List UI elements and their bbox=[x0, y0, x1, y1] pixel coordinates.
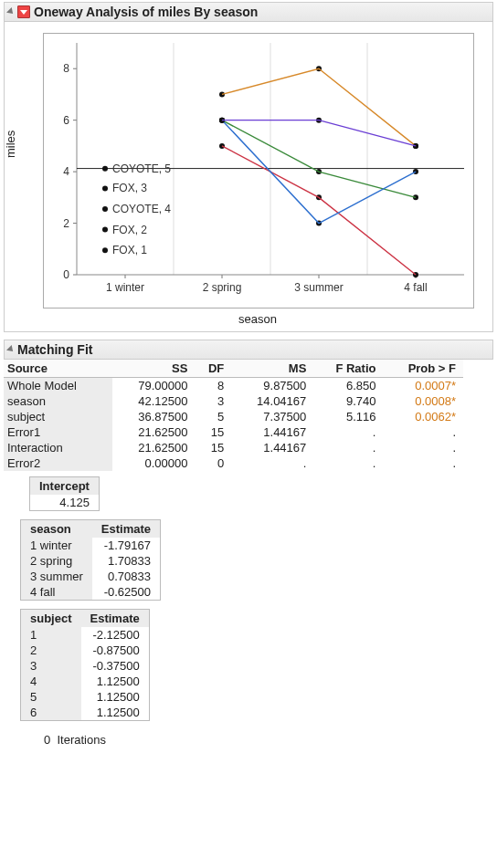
matching-fit-title: Matching Fit bbox=[17, 342, 92, 357]
iterations-text: 0 Iterations bbox=[44, 733, 493, 747]
anova-row: Error20.000000... bbox=[4, 455, 463, 471]
svg-text:FOX, 2: FOX, 2 bbox=[112, 224, 147, 236]
svg-text:1 winter: 1 winter bbox=[106, 281, 144, 294]
table-row: 4 fall-0.62500 bbox=[21, 584, 160, 600]
svg-point-43 bbox=[102, 206, 108, 212]
intercept-label: Intercept bbox=[30, 477, 99, 495]
svg-text:4 fall: 4 fall bbox=[404, 281, 427, 294]
svg-point-39 bbox=[102, 166, 108, 172]
table-row: 2 spring1.70833 bbox=[21, 553, 160, 569]
anova-row: Interaction21.62500151.44167.. bbox=[4, 440, 463, 455]
svg-text:FOX, 3: FOX, 3 bbox=[112, 182, 147, 194]
anova-row: Error121.62500151.44167.. bbox=[4, 424, 463, 440]
svg-point-47 bbox=[102, 247, 108, 253]
x-axis-label: season bbox=[43, 312, 472, 326]
table-row: 1-2.12500 bbox=[21, 627, 149, 643]
disclosure-triangle-icon[interactable] bbox=[6, 345, 16, 354]
anova-col-header: Source bbox=[4, 360, 112, 378]
table-row: 61.12500 bbox=[21, 705, 149, 720]
subject-estimates-box: subjectEstimate1-2.125002-0.875003-0.375… bbox=[20, 609, 150, 721]
anova-row: subject36.8750057.375005.1160.0062* bbox=[4, 409, 463, 424]
chart-plot-area[interactable]: miles 024681 winter2 spring3 summer4 fal… bbox=[43, 33, 474, 309]
table-row: 3 summer0.70833 bbox=[21, 569, 160, 584]
svg-text:COYOTE, 5: COYOTE, 5 bbox=[112, 162, 171, 175]
chart-container: miles 024681 winter2 spring3 summer4 fal… bbox=[4, 22, 493, 332]
season-estimates-table: seasonEstimate1 winter-1.791672 spring1.… bbox=[21, 520, 160, 600]
anova-table: SourceSSDFMSF RatioProb > F Whole Model7… bbox=[4, 360, 463, 471]
anova-col-header: Prob > F bbox=[383, 360, 463, 378]
svg-text:FOX, 1: FOX, 1 bbox=[112, 244, 147, 256]
anova-body: Whole Model79.0000089.875006.8500.0007*s… bbox=[4, 378, 463, 472]
disclosure-triangle-icon[interactable] bbox=[6, 7, 16, 16]
intercept-value: 4.125 bbox=[30, 495, 99, 510]
anova-header-row: SourceSSDFMSF RatioProb > F bbox=[4, 360, 463, 378]
svg-text:6: 6 bbox=[63, 114, 69, 127]
y-axis-label: miles bbox=[4, 131, 17, 158]
svg-text:4: 4 bbox=[63, 165, 69, 178]
svg-text:2 spring: 2 spring bbox=[203, 281, 242, 294]
anova-row: Whole Model79.0000089.875006.8500.0007* bbox=[4, 378, 463, 394]
svg-text:8: 8 bbox=[63, 62, 69, 75]
anova-col-header: DF bbox=[195, 360, 231, 378]
table-row: 41.12500 bbox=[21, 674, 149, 689]
anova-col-header: MS bbox=[231, 360, 313, 378]
season-estimates-box: seasonEstimate1 winter-1.791672 spring1.… bbox=[20, 519, 161, 601]
svg-text:2: 2 bbox=[63, 217, 69, 230]
chart-svg: 024681 winter2 spring3 summer4 fallCOYOT… bbox=[44, 34, 473, 308]
table-row: 2-0.87500 bbox=[21, 643, 149, 658]
svg-text:3 summer: 3 summer bbox=[294, 281, 343, 294]
table-row: 3-0.37500 bbox=[21, 658, 149, 674]
subject-estimates-table: subjectEstimate1-2.125002-0.875003-0.375… bbox=[21, 610, 149, 720]
table-row: 51.12500 bbox=[21, 689, 149, 705]
anova-col-header: SS bbox=[112, 360, 195, 378]
anova-row: season42.12500314.041679.7400.0008* bbox=[4, 393, 463, 409]
analysis-title: Oneway Analysis of miles By season bbox=[34, 5, 258, 19]
matching-fit-header[interactable]: Matching Fit bbox=[4, 340, 493, 360]
svg-text:COYOTE, 4: COYOTE, 4 bbox=[112, 203, 171, 215]
svg-text:0: 0 bbox=[63, 268, 69, 281]
svg-point-45 bbox=[102, 227, 108, 233]
analysis-header[interactable]: Oneway Analysis of miles By season bbox=[4, 2, 493, 22]
table-row: 1 winter-1.79167 bbox=[21, 538, 160, 553]
svg-point-41 bbox=[102, 185, 108, 191]
intercept-box: Intercept 4.125 bbox=[29, 476, 100, 511]
hotspot-menu-icon[interactable] bbox=[17, 5, 30, 18]
anova-col-header: F Ratio bbox=[313, 360, 383, 378]
